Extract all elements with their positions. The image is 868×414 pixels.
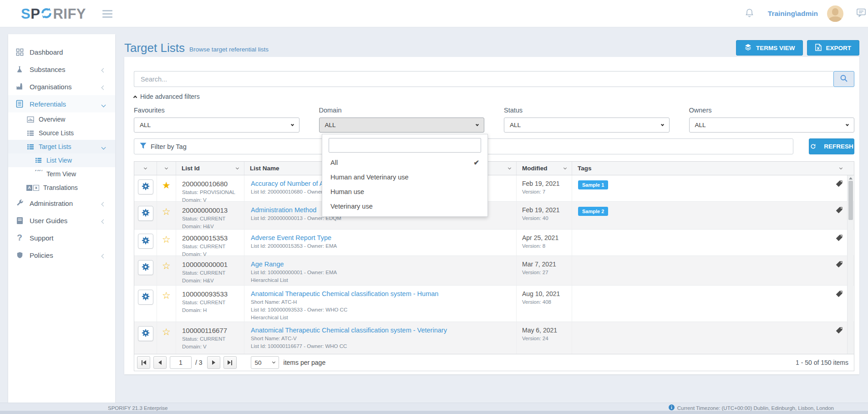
- sidebar-item-source-lists[interactable]: Source Lists: [8, 126, 115, 140]
- gear-icon: [141, 328, 150, 339]
- favourite-column-header[interactable]: [157, 162, 176, 175]
- favourite-star-icon[interactable]: [162, 327, 171, 337]
- modified-column-header[interactable]: Modified: [517, 162, 572, 175]
- table-row[interactable]: 200000010680 Status: PROVISIONAL Domain:…: [134, 175, 854, 202]
- table-row[interactable]: 100000093533 Status: CURRENT Domain: H A…: [134, 286, 854, 322]
- sidebar-item-term-view[interactable]: Term View: [8, 167, 115, 181]
- top-bar: SPRIFY Training\admin: [0, 0, 868, 27]
- sidebar-item-organisations[interactable]: Organisations: [8, 78, 115, 95]
- dropdown-option-veterinary[interactable]: Veterinary use: [322, 199, 487, 214]
- tag-filter-row: Filter by Tag REFRESH: [134, 138, 854, 154]
- bell-icon[interactable]: [745, 8, 754, 20]
- sidebar-item-label: Policies: [30, 251, 53, 259]
- export-button[interactable]: EXPORT: [807, 40, 859, 56]
- sidebar-item-list-view[interactable]: List View: [8, 153, 115, 167]
- sidebar-item-substances[interactable]: Substances: [8, 61, 115, 78]
- logo-letter-s: S: [21, 6, 30, 22]
- next-page-button[interactable]: [207, 356, 220, 369]
- favourite-star-icon[interactable]: [162, 290, 171, 301]
- favourite-star-icon[interactable]: [162, 261, 171, 271]
- favourite-star-icon[interactable]: [162, 180, 171, 190]
- sidebar-item-user-guides[interactable]: User Guides: [8, 212, 115, 229]
- dropdown-option-human[interactable]: Human use: [322, 184, 487, 199]
- chevron-down-icon: [272, 360, 275, 363]
- chevron-down-icon: [508, 166, 511, 169]
- tag-badge[interactable]: Sample 2: [578, 207, 608, 216]
- page-size-select[interactable]: 50: [251, 356, 279, 369]
- sidebar-item-dashboard[interactable]: Dashboard: [8, 43, 115, 61]
- grid-body: 200000010680 Status: PROVISIONAL Domain:…: [134, 175, 854, 354]
- actions-column-header[interactable]: [134, 162, 157, 175]
- terms-view-button[interactable]: TERMS VIEW: [736, 40, 803, 56]
- page-header: Target Lists Browse target referential l…: [124, 37, 859, 56]
- dashboard-icon: [15, 48, 24, 56]
- dropdown-search-input[interactable]: [329, 138, 481, 153]
- favourite-star-icon[interactable]: [162, 206, 171, 217]
- tag-icon[interactable]: [835, 206, 843, 216]
- table-row[interactable]: 100000116677 Status: CURRENT Domain: V A…: [134, 322, 854, 354]
- avatar[interactable]: [827, 5, 843, 22]
- page-number-input[interactable]: [170, 356, 192, 369]
- timezone-label: Current Timezone: (UTC+00:00) Dublin, Ed…: [677, 405, 834, 411]
- hide-advanced-filters-toggle[interactable]: Hide advanced filters: [134, 93, 200, 100]
- list-name-link[interactable]: Anatomical Therapeutic Chemical classifi…: [251, 290, 515, 297]
- dropdown-option-all[interactable]: All ✔: [322, 155, 487, 170]
- row-settings-button[interactable]: [138, 234, 153, 249]
- page-title: Target Lists: [124, 41, 185, 55]
- list-status: Status: CURRENT: [182, 300, 244, 306]
- row-settings-button[interactable]: [138, 179, 153, 194]
- tag-icon[interactable]: [835, 180, 843, 189]
- items-per-page-label: items per page: [284, 359, 326, 366]
- scrollbar-thumb[interactable]: [848, 181, 853, 220]
- refresh-button[interactable]: REFRESH: [809, 138, 854, 154]
- chevron-down-icon: [165, 166, 168, 169]
- tag-badge[interactable]: Sample 1: [578, 180, 608, 189]
- table-row[interactable]: 100000000001 Status: CURRENT Domain: H&V…: [134, 256, 854, 286]
- domain-select[interactable]: ALL: [319, 118, 485, 133]
- tag-icon[interactable]: [835, 327, 843, 336]
- sidebar-item-support[interactable]: Support: [8, 229, 115, 246]
- row-settings-button[interactable]: [138, 260, 153, 275]
- row-settings-button[interactable]: [138, 290, 153, 305]
- row-settings-button[interactable]: [138, 326, 153, 341]
- sidebar-item-referentials[interactable]: Referentials: [8, 95, 115, 112]
- owners-select[interactable]: ALL: [689, 118, 855, 133]
- list-name-link[interactable]: Adverse Event Report Type: [251, 234, 515, 241]
- table-scrollbar[interactable]: [847, 175, 853, 354]
- tags-column-header[interactable]: Tags: [572, 162, 854, 175]
- chat-icon[interactable]: [856, 8, 866, 19]
- dropdown-option-human-and-veterinary[interactable]: Human and Veterinary use: [322, 170, 487, 184]
- tag-icon[interactable]: [835, 290, 843, 300]
- list-name-link[interactable]: Anatomical Therapeutic Chemical classifi…: [251, 327, 515, 334]
- search-input[interactable]: [134, 71, 833, 87]
- favourites-select[interactable]: ALL: [134, 118, 299, 133]
- previous-page-button[interactable]: [153, 356, 167, 369]
- list-name-link[interactable]: Age Range: [251, 261, 515, 268]
- user-menu[interactable]: Training\admin: [768, 10, 818, 18]
- sidebar-item-translations[interactable]: Ax Translations: [8, 181, 115, 194]
- list-id-column-header[interactable]: List Id: [176, 162, 244, 175]
- row-settings-button[interactable]: [138, 206, 153, 221]
- logo-letters-rify: RIFY: [53, 6, 86, 22]
- logo-letter-p: P: [30, 6, 40, 22]
- sidebar-item-overview[interactable]: Overview: [8, 112, 115, 126]
- menu-icon[interactable]: [102, 10, 112, 20]
- first-page-button[interactable]: [137, 356, 150, 369]
- list-domain: Domain: H&V: [182, 278, 244, 284]
- tag-icon[interactable]: [835, 234, 843, 244]
- table-row[interactable]: 200000000013 Status: CURRENT Domain: H&V…: [134, 202, 854, 230]
- table-row[interactable]: 200000015353 Status: CURRENT Domain: V A…: [134, 230, 854, 256]
- sidebar-item-target-lists[interactable]: Target Lists: [8, 140, 115, 153]
- last-page-button[interactable]: [223, 356, 237, 369]
- sidebar-item-administration[interactable]: Administration: [8, 194, 115, 212]
- favourite-star-icon[interactable]: [162, 234, 171, 245]
- sidebar-item-label: User Guides: [30, 217, 67, 225]
- search-button[interactable]: [833, 71, 854, 87]
- tag-icon[interactable]: [835, 261, 843, 270]
- page-subtitle: Browse target referential lists: [189, 46, 269, 53]
- sidebar-item-policies[interactable]: Policies: [8, 246, 115, 264]
- list-domain: Domain: V: [182, 344, 244, 350]
- status-select[interactable]: ALL: [504, 118, 670, 133]
- scroll-up-icon[interactable]: [849, 177, 853, 179]
- gear-icon: [141, 182, 150, 192]
